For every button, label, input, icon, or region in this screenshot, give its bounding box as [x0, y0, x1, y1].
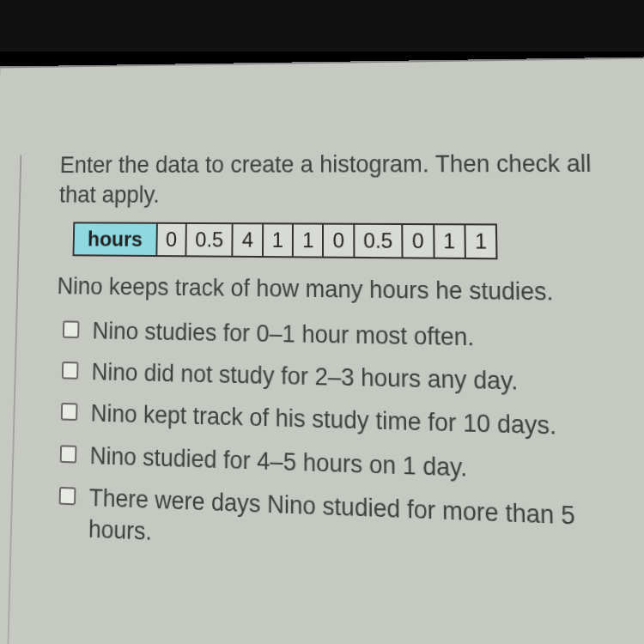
list-item: Nino studied for 4–5 hours on 1 day. — [60, 440, 644, 490]
checkbox-input[interactable] — [61, 403, 78, 421]
option-label: Nino studied for 4–5 hours on 1 day. — [89, 440, 644, 490]
hours-data-table: hours 0 0.5 4 1 1 0 0.5 0 1 1 — [73, 222, 498, 260]
checkbox-input[interactable] — [63, 321, 80, 339]
option-label: Nino kept track of his study time for 10… — [90, 398, 643, 446]
table-cell: 0.5 — [185, 223, 233, 257]
table-cell: 1 — [263, 224, 293, 258]
table-cell: 0 — [402, 224, 434, 258]
table-cell: 0.5 — [354, 224, 403, 258]
table-cell: 1 — [293, 224, 323, 258]
table-cell: 1 — [434, 224, 465, 258]
list-item: Nino kept track of his study time for 10… — [61, 398, 644, 446]
checkbox-input[interactable] — [59, 487, 76, 506]
list-item: Nino did not study for 2–3 hours any day… — [62, 356, 642, 401]
question-panel: m. Enter the data to create a histogram.… — [0, 57, 644, 644]
table-header-cell: hours — [73, 223, 156, 257]
table-row: hours 0 0.5 4 1 1 0 0.5 0 1 1 — [73, 223, 496, 259]
left-divider — [8, 155, 22, 644]
table-cell: 0 — [323, 224, 354, 258]
option-label: Nino did not study for 2–3 hours any day… — [91, 357, 642, 401]
option-label: There were days Nino studied for more th… — [88, 483, 644, 569]
table-cell: 0 — [156, 223, 186, 257]
main-content: Enter the data to create a histogram. Th… — [52, 149, 644, 569]
list-item: There were days Nino studied for more th… — [58, 481, 644, 568]
list-item: Nino studies for 0–1 hour most often. — [63, 316, 641, 357]
table-cell: 4 — [233, 223, 263, 257]
checkbox-input[interactable] — [62, 361, 79, 380]
context-text: Nino keeps track of how many hours he st… — [57, 271, 640, 309]
instructions-text: Enter the data to create a histogram. Th… — [59, 149, 637, 212]
window-top-bar — [0, 0, 644, 52]
checkbox-input[interactable] — [60, 445, 77, 463]
table-cell: 1 — [465, 224, 496, 258]
option-label: Nino studies for 0–1 hour most often. — [92, 316, 641, 357]
answer-options-list: Nino studies for 0–1 hour most often. Ni… — [58, 316, 644, 569]
